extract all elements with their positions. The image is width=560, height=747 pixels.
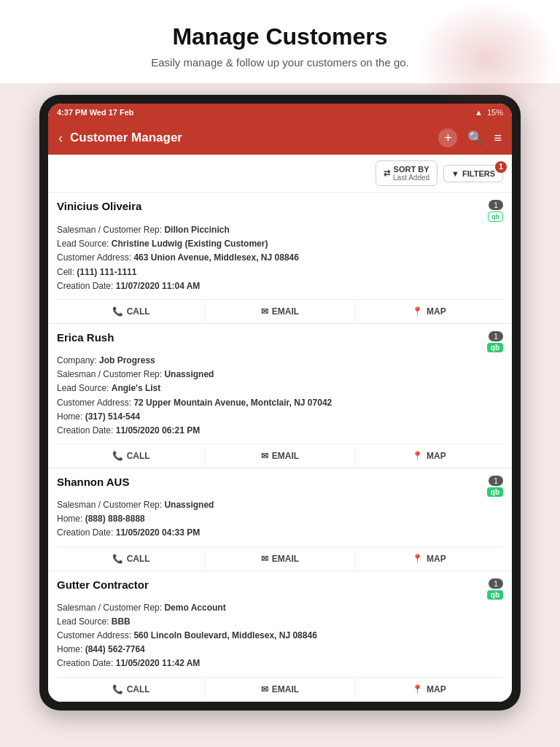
customer-badges: 1 qb	[487, 476, 503, 497]
customer-badge-num: 1	[489, 200, 503, 210]
status-time: 4:37 PM Wed 17 Feb	[57, 108, 134, 117]
customer-card: Shannon AUS 1 qb Salesman / Customer Rep…	[48, 468, 512, 571]
email-icon: ✉	[261, 306, 268, 317]
email-icon: ✉	[261, 451, 268, 461]
customer-list: Vinicius Oliveira 1 qb Salesman / Custom…	[48, 193, 512, 702]
top-bar-actions: + 🔍 ≡	[438, 128, 502, 147]
email-button[interactable]: ✉ EMAIL	[206, 444, 354, 468]
customer-header: Gutter Contractor 1 qb	[57, 578, 503, 600]
filter-icon: ▼	[451, 169, 459, 178]
map-label: MAP	[427, 684, 446, 694]
customer-info: Salesman / Customer Rep: UnassignedHome:…	[57, 498, 503, 541]
customer-header: Shannon AUS 1 qb	[57, 476, 503, 497]
call-button[interactable]: 📞 CALL	[57, 547, 206, 570]
action-row: 📞 CALL ✉ EMAIL 📍 MAP	[57, 444, 503, 468]
call-button[interactable]: 📞 CALL	[57, 300, 206, 323]
customer-info: Company: Job ProgressSalesman / Customer…	[57, 354, 503, 438]
sort-icon: ⇄	[384, 169, 390, 178]
customer-header: Vinicius Oliveira 1 qb	[57, 200, 503, 222]
customer-card: Erica Rush 1 qb Company: Job ProgressSal…	[48, 324, 512, 468]
email-label: EMAIL	[272, 554, 299, 564]
status-bar: 4:37 PM Wed 17 Feb ▲ 15%	[48, 104, 512, 121]
customer-card: Vinicius Oliveira 1 qb Salesman / Custom…	[48, 193, 512, 324]
email-label: EMAIL	[272, 684, 299, 694]
call-button[interactable]: 📞 CALL	[57, 444, 206, 468]
qb-badge: qb	[487, 590, 503, 600]
customer-badges: 1 qb	[488, 200, 503, 222]
hero-section: Manage Customers Easily manage & follow …	[0, 0, 560, 83]
customer-name: Shannon AUS	[57, 476, 129, 488]
hero-bg-decoration	[414, 0, 560, 117]
email-label: EMAIL	[272, 306, 299, 317]
top-bar: ‹ Customer Manager + 🔍 ≡	[48, 121, 512, 155]
map-label: MAP	[427, 306, 446, 317]
customer-name: Gutter Contractor	[57, 578, 149, 591]
search-button[interactable]: 🔍	[467, 130, 483, 146]
qb-badge: qb	[488, 212, 503, 222]
call-button[interactable]: 📞 CALL	[57, 678, 206, 701]
add-button[interactable]: +	[438, 128, 457, 147]
map-icon: 📍	[412, 451, 423, 461]
map-button[interactable]: 📍 MAP	[355, 300, 503, 323]
customer-name: Erica Rush	[57, 331, 114, 344]
action-row: 📞 CALL ✉ EMAIL 📍 MAP	[57, 677, 503, 701]
call-label: CALL	[127, 451, 150, 461]
device-frame: 4:37 PM Wed 17 Feb ▲ 15% ‹ Customer Mana…	[39, 95, 521, 711]
email-icon: ✉	[261, 554, 268, 564]
map-label: MAP	[427, 554, 446, 564]
email-label: EMAIL	[272, 451, 299, 461]
filter-bar: ⇄ SORT BY Last Added ▼ FILTERS 1	[48, 155, 512, 193]
qb-badge: qb	[487, 487, 503, 497]
phone-icon: 📞	[112, 306, 123, 317]
call-label: CALL	[127, 554, 150, 564]
filter-label: FILTERS	[462, 169, 495, 178]
sort-label: SORT BY Last Added	[393, 165, 429, 182]
qb-badge: qb	[487, 343, 503, 352]
customer-badges: 1 qb	[487, 578, 503, 600]
customer-info: Salesman / Customer Rep: Demo AccountLea…	[57, 601, 503, 671]
phone-icon: 📞	[112, 684, 123, 694]
phone-icon: 📞	[112, 451, 123, 461]
map-label: MAP	[427, 451, 446, 461]
customer-badges: 1 qb	[487, 331, 503, 352]
customer-info: Salesman / Customer Rep: Dillon Piccinic…	[57, 223, 503, 293]
device-screen: 4:37 PM Wed 17 Feb ▲ 15% ‹ Customer Mana…	[48, 104, 512, 702]
filter-button[interactable]: ▼ FILTERS 1	[443, 165, 503, 182]
menu-button[interactable]: ≡	[494, 131, 502, 146]
customer-badge-num: 1	[489, 578, 503, 589]
email-button[interactable]: ✉ EMAIL	[206, 547, 354, 570]
map-button[interactable]: 📍 MAP	[355, 678, 503, 701]
action-row: 📞 CALL ✉ EMAIL 📍 MAP	[57, 299, 503, 323]
customer-badge-num: 1	[489, 331, 503, 341]
map-button[interactable]: 📍 MAP	[355, 547, 503, 570]
back-button[interactable]: ‹	[58, 131, 63, 146]
map-icon: 📍	[412, 306, 423, 317]
map-icon: 📍	[412, 554, 423, 564]
sort-button[interactable]: ⇄ SORT BY Last Added	[376, 160, 438, 186]
customer-card: Gutter Contractor 1 qb Salesman / Custom…	[48, 571, 512, 702]
email-button[interactable]: ✉ EMAIL	[206, 678, 354, 701]
email-icon: ✉	[261, 684, 268, 694]
filter-badge: 1	[495, 161, 507, 173]
customer-header: Erica Rush 1 qb	[57, 331, 503, 352]
email-button[interactable]: ✉ EMAIL	[206, 300, 354, 323]
customer-name: Vinicius Oliveira	[57, 200, 141, 212]
phone-icon: 📞	[112, 554, 123, 564]
action-row: 📞 CALL ✉ EMAIL 📍 MAP	[57, 546, 503, 570]
map-icon: 📍	[412, 684, 423, 694]
page-title: Customer Manager	[70, 131, 431, 145]
map-button[interactable]: 📍 MAP	[355, 444, 503, 468]
customer-badge-num: 1	[489, 476, 503, 486]
call-label: CALL	[127, 306, 150, 317]
call-label: CALL	[127, 684, 150, 694]
